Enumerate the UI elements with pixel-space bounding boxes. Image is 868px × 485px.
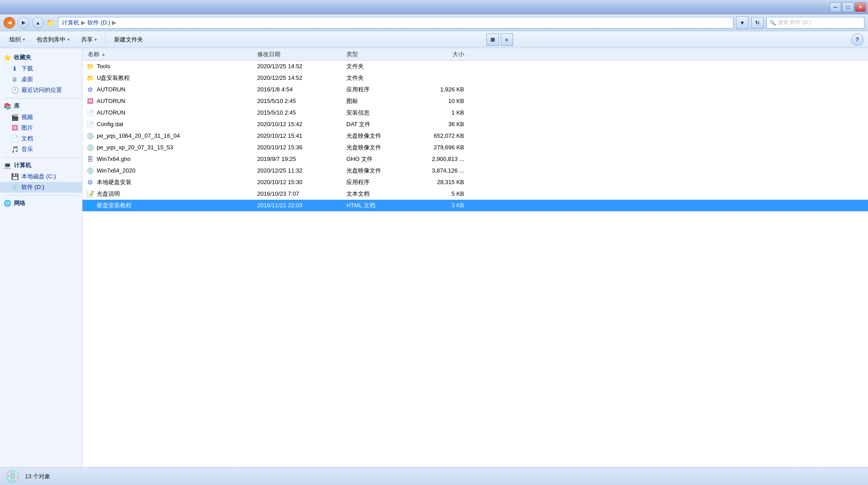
help-button[interactable]: ? bbox=[851, 33, 864, 46]
statusbar: 💿 13 个对象 bbox=[0, 467, 868, 485]
path-drive[interactable]: 软件 (D:) bbox=[87, 19, 110, 27]
file-type-cell: 图标 bbox=[343, 97, 414, 105]
file-type-cell: HTML 文档 bbox=[343, 201, 414, 210]
download-icon: ⬇ bbox=[11, 65, 19, 73]
file-size-cell: 28,315 KB bbox=[414, 179, 468, 185]
file-icon: ⚙ bbox=[86, 178, 94, 186]
empty-area[interactable] bbox=[82, 264, 868, 467]
sidebar-item-drive-c[interactable]: 💾 本地磁盘 (C:) bbox=[0, 171, 82, 182]
file-type-cell: 应用程序 bbox=[343, 86, 414, 94]
table-row[interactable]: 📝 光盘说明 2016/10/23 7:07 文本文档 5 KB bbox=[82, 188, 868, 200]
address-path[interactable]: 计算机 ▶ 软件 (D:) ▶ bbox=[58, 17, 733, 29]
include-dropdown-icon: ▾ bbox=[67, 37, 70, 42]
file-icon: 💿 bbox=[86, 132, 94, 140]
new-folder-label: 新建文件夹 bbox=[114, 36, 143, 44]
file-date-cell: 2020/12/25 11:32 bbox=[254, 167, 343, 174]
file-name-cell: 📝 光盘说明 bbox=[84, 190, 254, 198]
minimize-button[interactable]: ─ bbox=[830, 2, 841, 12]
file-type-cell: 光盘映像文件 bbox=[343, 144, 414, 152]
table-row[interactable]: 📄 Config.dat 2020/10/12 15:42 DAT 文件 36 … bbox=[82, 119, 868, 130]
video-label: 视频 bbox=[21, 113, 33, 121]
sidebar: ⭐ 收藏夹 ⬇ 下载 🖥 桌面 🕐 最近访问的位置 📚 库 bbox=[0, 48, 82, 467]
table-row[interactable]: 🖼 AUTORUN 2015/5/10 2:45 图标 10 KB bbox=[82, 95, 868, 107]
column-size[interactable]: 大小 bbox=[414, 50, 468, 58]
forward-button[interactable]: ▶ bbox=[18, 17, 29, 29]
refresh-button[interactable]: ↻ bbox=[751, 17, 764, 29]
view-options-button[interactable]: ▦ bbox=[486, 33, 499, 46]
table-row[interactable]: 🗄 Win7x64.gho 2019/9/7 19:25 GHO 文件 2,90… bbox=[82, 153, 868, 165]
file-type-cell: 安装信息 bbox=[343, 109, 414, 117]
table-row[interactable]: 💿 pe_yqs_1064_20_07_31_16_04 2020/10/12 … bbox=[82, 130, 868, 142]
table-row[interactable]: 🌐 硬盘安装教程 2016/11/21 22:03 HTML 文档 3 KB bbox=[82, 200, 868, 211]
sidebar-computer-header[interactable]: 💻 计算机 bbox=[0, 160, 82, 171]
view-details-button[interactable]: ≡ bbox=[501, 33, 513, 46]
sidebar-item-drive-d[interactable]: 💿 软件 (D:) bbox=[0, 182, 82, 193]
file-name-cell: 🖼 AUTORUN bbox=[84, 97, 254, 105]
sidebar-item-doc[interactable]: 📄 文档 bbox=[0, 133, 82, 144]
search-box[interactable]: 🔍 搜索 软件 (D:) bbox=[766, 17, 864, 29]
file-date-cell: 2020/10/12 15:42 bbox=[254, 121, 343, 127]
path-sep-1: ▶ bbox=[81, 19, 86, 26]
library-label: 库 bbox=[14, 102, 20, 110]
column-name[interactable]: 名称 ▲ bbox=[84, 50, 254, 58]
file-size-cell: 652,072 KB bbox=[414, 132, 468, 139]
table-row[interactable]: ⚙ 本地硬盘安装 2020/10/12 15:30 应用程序 28,315 KB bbox=[82, 177, 868, 188]
column-date[interactable]: 修改日期 bbox=[254, 50, 343, 58]
sidebar-item-download[interactable]: ⬇ 下载 bbox=[0, 63, 82, 74]
include-button[interactable]: 包含到库中 ▾ bbox=[32, 33, 74, 46]
library-icon: 📚 bbox=[4, 103, 11, 110]
file-name: AUTORUN bbox=[97, 109, 125, 116]
file-size-cell: 1,926 KB bbox=[414, 86, 468, 93]
file-name: Win7x64_2020 bbox=[97, 167, 136, 174]
organize-button[interactable]: 组织 ▾ bbox=[4, 33, 30, 46]
address-dropdown-button[interactable]: ▼ bbox=[736, 16, 749, 29]
download-label: 下载 bbox=[21, 65, 33, 73]
table-row[interactable]: 📁 Tools 2020/12/25 14:52 文件夹 bbox=[82, 61, 868, 72]
table-row[interactable]: 📄 AUTORUN 2015/5/10 2:45 安装信息 1 KB bbox=[82, 107, 868, 119]
sidebar-item-desktop[interactable]: 🖥 桌面 bbox=[0, 74, 82, 85]
file-name: 光盘说明 bbox=[97, 190, 120, 198]
favorites-label: 收藏夹 bbox=[14, 53, 31, 62]
file-list: 📁 Tools 2020/12/25 14:52 文件夹 📁 U盘安装教程 20… bbox=[82, 61, 868, 264]
table-row[interactable]: ⚙ AUTORUN 2016/1/8 4:54 应用程序 1,926 KB bbox=[82, 84, 868, 95]
close-button[interactable]: ✕ bbox=[855, 2, 866, 12]
file-area: 名称 ▲ 修改日期 类型 大小 📁 Tools 2020/12/25 14:52… bbox=[82, 48, 868, 467]
file-date-cell: 2020/10/12 15:36 bbox=[254, 144, 343, 151]
file-size-cell: 5 KB bbox=[414, 190, 468, 197]
share-button[interactable]: 共享 ▾ bbox=[76, 33, 102, 46]
sidebar-divider-1 bbox=[4, 98, 78, 99]
file-icon: 📁 bbox=[86, 62, 94, 70]
file-size-cell: 3,874,126 ... bbox=[414, 167, 468, 174]
file-type-cell: DAT 文件 bbox=[343, 120, 414, 128]
file-type-cell: 文件夹 bbox=[343, 62, 414, 70]
sidebar-divider-2 bbox=[4, 157, 78, 158]
file-name-cell: 📁 Tools bbox=[84, 62, 254, 70]
sidebar-item-recent[interactable]: 🕐 最近访问的位置 bbox=[0, 85, 82, 95]
file-date-cell: 2016/10/23 7:07 bbox=[254, 190, 343, 197]
file-icon: ⚙ bbox=[86, 86, 94, 94]
column-type[interactable]: 类型 bbox=[343, 50, 414, 58]
sidebar-item-video[interactable]: 🎬 视频 bbox=[0, 112, 82, 123]
sidebar-item-music[interactable]: 🎵 音乐 bbox=[0, 144, 82, 155]
organize-dropdown-icon: ▾ bbox=[23, 37, 25, 42]
table-row[interactable]: 📁 U盘安装教程 2020/12/25 14:52 文件夹 bbox=[82, 72, 868, 84]
new-folder-button[interactable]: 新建文件夹 bbox=[109, 33, 148, 46]
file-icon: 📄 bbox=[86, 120, 94, 128]
sidebar-network-header[interactable]: 🌐 网络 bbox=[0, 197, 82, 209]
search-icon: 🔍 bbox=[769, 20, 776, 26]
table-row[interactable]: 💿 Win7x64_2020 2020/12/25 11:32 光盘映像文件 3… bbox=[82, 165, 868, 177]
addressbar: ◀ ▶ ▲ 📁 计算机 ▶ 软件 (D:) ▶ ▼ ↻ 🔍 搜索 软件 (D:) bbox=[0, 14, 868, 31]
up-button[interactable]: ▲ bbox=[32, 17, 44, 29]
table-row[interactable]: 💿 pe_yqs_xp_20_07_31_15_53 2020/10/12 15… bbox=[82, 142, 868, 153]
sidebar-item-image[interactable]: 🖼 图片 bbox=[0, 123, 82, 133]
sidebar-library-header[interactable]: 📚 库 bbox=[0, 100, 82, 112]
sidebar-favorites-header[interactable]: ⭐ 收藏夹 bbox=[0, 52, 82, 63]
organize-label: 组织 bbox=[9, 36, 21, 44]
maximize-button[interactable]: □ bbox=[842, 2, 854, 12]
doc-icon: 📄 bbox=[11, 135, 19, 143]
back-button[interactable]: ◀ bbox=[4, 17, 15, 29]
file-name: 本地硬盘安装 bbox=[97, 178, 132, 186]
status-count: 13 个对象 bbox=[25, 473, 50, 481]
file-icon: 📁 bbox=[86, 74, 94, 82]
path-computer[interactable]: 计算机 bbox=[62, 19, 79, 27]
